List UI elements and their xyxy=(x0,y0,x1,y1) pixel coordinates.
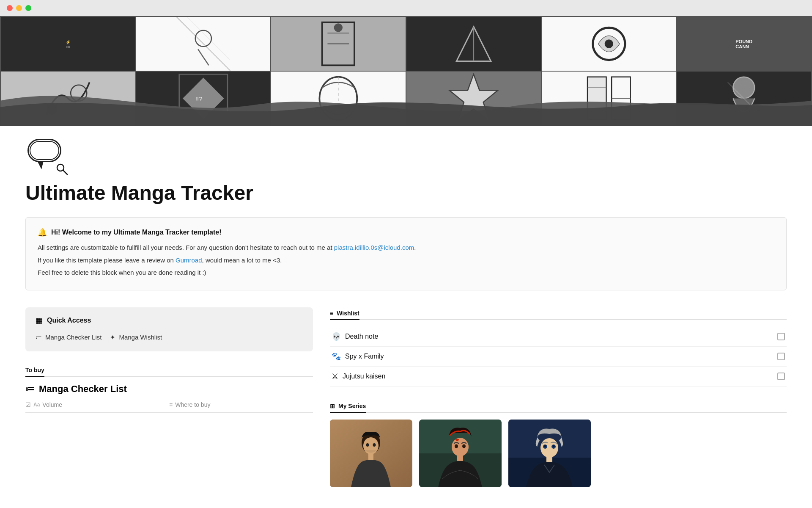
quick-access-title: Quick Access xyxy=(47,317,91,324)
jujutsu-checkbox[interactable] xyxy=(777,373,785,380)
manga-checker-link-icon: ≔ xyxy=(36,334,42,341)
svg-line-1 xyxy=(187,17,230,60)
where-to-buy-column-header: ≡ Where to buy xyxy=(169,401,313,408)
my-series-tab-label: My Series xyxy=(338,403,366,409)
welcome-title: Hi! Welcome to my Ultimate Manga Tracker… xyxy=(51,229,221,236)
welcome-header: 🔔 Hi! Welcome to my Ultimate Manga Track… xyxy=(38,228,774,237)
series-card-1-art xyxy=(330,420,412,487)
wishlist-item-death-note: 💀 Death note xyxy=(330,327,787,347)
my-series-section: ⊞ My Series xyxy=(330,400,787,487)
manga-wishlist-link-label: Manga Wishlist xyxy=(119,334,162,341)
quick-access-section: ▦ Quick Access ≔ Manga Checker List ✦ Ma… xyxy=(25,307,313,351)
manga-wishlist-link[interactable]: ✦ Manga Wishlist xyxy=(110,332,162,343)
quick-access-header: ▦ Quick Access xyxy=(36,316,303,325)
svg-point-37 xyxy=(462,444,466,448)
spy-family-title: Spy x Family xyxy=(345,353,384,360)
wishlist-item-jujutsu: ⚔ Jujutsu kaisen xyxy=(330,367,787,387)
bell-icon: 🔔 xyxy=(38,228,47,237)
volume-aa-prefix: Aa xyxy=(33,402,40,408)
manga-checker-title-row: ≔ Manga Checker List xyxy=(25,384,313,395)
volume-col-label: Volume xyxy=(42,401,62,408)
manga-wishlist-link-icon: ✦ xyxy=(110,334,115,341)
svg-point-41 xyxy=(540,438,558,458)
manga-panel-6: POUNDCANN xyxy=(677,17,811,71)
svg-rect-46 xyxy=(546,456,552,462)
wishlist-list: 💀 Death note 🐾 Spy x Family ⚔ Juju xyxy=(330,327,787,387)
email-link[interactable]: piastra.idillio.0s@icloud.com xyxy=(334,244,414,251)
left-column: ▦ Quick Access ≔ Manga Checker List ✦ Ma… xyxy=(25,307,313,487)
spy-family-checkbox[interactable] xyxy=(777,353,785,360)
manga-panel-2 xyxy=(136,17,271,71)
svg-line-0 xyxy=(176,17,230,71)
maximize-button[interactable] xyxy=(25,5,31,11)
svg-point-35 xyxy=(452,438,469,456)
quick-access-icon: ▦ xyxy=(36,316,43,325)
manga-checker-title-icon: ≔ xyxy=(25,384,35,395)
close-button[interactable] xyxy=(7,5,13,11)
two-column-layout: ▦ Quick Access ≔ Manga Checker List ✦ Ma… xyxy=(25,307,787,487)
wishlist-tab-icon: ≡ xyxy=(330,310,333,317)
my-series-tabs: ⊞ My Series xyxy=(330,400,787,413)
spy-family-icon: 🐾 xyxy=(332,352,341,361)
series-card-3[interactable] xyxy=(508,420,591,487)
speech-bubble-icon xyxy=(27,139,61,162)
svg-point-44 xyxy=(544,445,546,447)
series-card-2[interactable] xyxy=(419,420,502,487)
svg-point-7 xyxy=(334,23,343,32)
right-column: ≡ Wishlist 💀 Death note 🐾 Spy x Fami xyxy=(330,307,787,487)
svg-line-25 xyxy=(63,170,67,174)
jujutsu-icon: ⚔ xyxy=(332,372,338,381)
svg-point-11 xyxy=(604,39,613,48)
series-card-3-art xyxy=(508,420,591,487)
tab-my-series[interactable]: ⊞ My Series xyxy=(330,400,366,412)
tab-wishlist[interactable]: ≡ Wishlist xyxy=(330,307,359,319)
series-cards xyxy=(330,420,787,487)
manga-panel-1: ⚡!!! xyxy=(1,17,135,71)
manga-checker-title-text: Manga Checker List xyxy=(39,384,127,395)
checkbox-col-icon: ☑ xyxy=(25,401,31,408)
volume-column-header: ☑ Aa Volume xyxy=(25,401,169,408)
manga-panel-4 xyxy=(406,17,541,71)
main-content: Ultimate Manga Tracker 🔔 Hi! Welcome to … xyxy=(0,181,812,508)
tab-to-buy[interactable]: To buy xyxy=(25,364,44,376)
tab-to-buy-label: To buy xyxy=(25,367,44,373)
series-card-1[interactable] xyxy=(330,420,412,487)
title-bar xyxy=(0,0,812,16)
jujutsu-title: Jujutsu kaisen xyxy=(343,373,385,380)
manga-checker-link[interactable]: ≔ Manga Checker List xyxy=(36,332,102,343)
svg-rect-32 xyxy=(368,453,373,460)
death-note-checkbox[interactable] xyxy=(777,333,785,340)
minimize-button[interactable] xyxy=(16,5,22,11)
wishlist-item-left-3: ⚔ Jujutsu kaisen xyxy=(332,372,385,381)
welcome-line3: Feel free to delete this block when you … xyxy=(38,267,774,278)
page-icon-area xyxy=(25,135,68,177)
welcome-line1: All settings are customizable to fullfil… xyxy=(38,242,774,253)
wishlist-tab-label: Wishlist xyxy=(337,310,359,317)
welcome-line2: If you like this template please leave a… xyxy=(38,255,774,266)
svg-point-36 xyxy=(455,444,458,448)
manga-checker-link-label: Manga Checker List xyxy=(45,334,102,341)
wishlist-item-left: 💀 Death note xyxy=(332,332,378,341)
list-col-icon: ≡ xyxy=(169,401,173,408)
series-card-2-art xyxy=(419,420,502,487)
my-series-tab-icon: ⊞ xyxy=(330,403,335,409)
wishlist-item-spy-family: 🐾 Spy x Family xyxy=(330,347,787,367)
wishlist-item-left-2: 🐾 Spy x Family xyxy=(332,352,384,361)
svg-point-30 xyxy=(366,443,369,447)
svg-point-31 xyxy=(373,443,376,447)
banner: ⚡!!! xyxy=(0,16,812,126)
wave-divider xyxy=(0,84,812,126)
quick-links: ≔ Manga Checker List ✦ Manga Wishlist xyxy=(36,332,303,343)
table-columns: ☑ Aa Volume ≡ Where to buy xyxy=(25,401,313,413)
svg-rect-38 xyxy=(457,455,463,461)
manga-panel-5 xyxy=(542,17,676,71)
svg-point-45 xyxy=(553,445,555,447)
death-note-icon: 💀 xyxy=(332,332,341,341)
gumroad-link[interactable]: Gumroad xyxy=(176,257,202,264)
svg-line-3 xyxy=(198,49,208,65)
magnifier-icon xyxy=(56,163,69,176)
where-to-buy-col-label: Where to buy xyxy=(175,401,210,408)
death-note-title: Death note xyxy=(345,333,378,340)
welcome-block: 🔔 Hi! Welcome to my Ultimate Manga Track… xyxy=(25,217,787,290)
page-title: Ultimate Manga Tracker xyxy=(25,181,787,204)
